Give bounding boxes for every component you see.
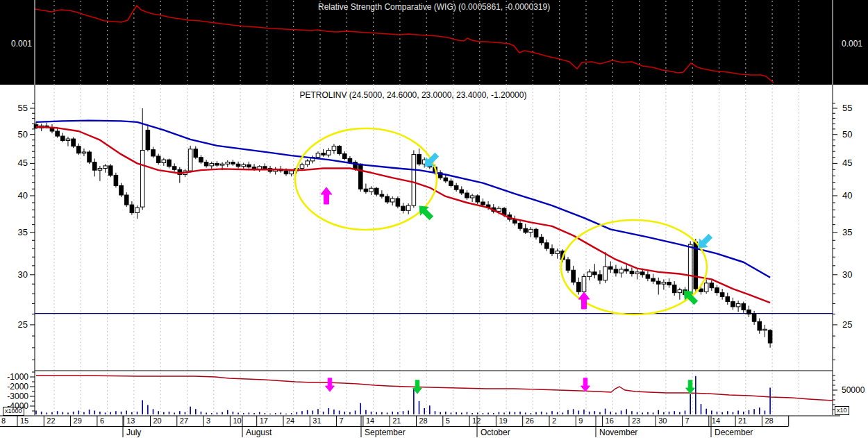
candle-body bbox=[529, 229, 533, 232]
candle-body bbox=[662, 282, 666, 284]
candle-body bbox=[635, 272, 640, 274]
candle-body bbox=[540, 237, 544, 243]
candle-body bbox=[545, 243, 549, 249]
candle-body bbox=[412, 154, 416, 205]
candle-body bbox=[550, 249, 554, 253]
candle-body bbox=[374, 188, 378, 194]
candle-body bbox=[210, 163, 214, 166]
x-axis-date-label: 7 bbox=[685, 416, 690, 425]
candle-body bbox=[114, 175, 118, 185]
x-axis-date-label: 3 bbox=[206, 416, 210, 425]
price-tick-label-left: 50 bbox=[12, 129, 28, 140]
candle-body bbox=[76, 146, 81, 153]
rs-axis-label-right: 0.001 bbox=[842, 39, 862, 49]
candle-body bbox=[252, 167, 256, 169]
candle-body bbox=[731, 302, 735, 307]
x-axis-date-label: 17 bbox=[260, 416, 268, 425]
candle-body bbox=[258, 167, 262, 169]
x-axis-date-label: 21 bbox=[392, 416, 401, 425]
candle-body bbox=[119, 185, 124, 195]
x-axis-date-label: 10 bbox=[233, 416, 241, 425]
candle-body bbox=[194, 149, 198, 158]
main-panel-title: PETROLINV (24.5000, 24.6000, 23.0000, 23… bbox=[300, 90, 527, 100]
rs-axis-label-left: 0.001 bbox=[7, 39, 32, 49]
candle-body bbox=[369, 188, 374, 192]
x-axis-date-label: 5 bbox=[446, 416, 450, 425]
candle-body bbox=[598, 275, 602, 280]
x-axis-date-label: 12 bbox=[472, 416, 481, 425]
candle-body bbox=[167, 160, 172, 167]
x-axis-month-label: August bbox=[246, 428, 272, 437]
candle-body bbox=[608, 267, 612, 269]
x-axis-date-label: 15 bbox=[20, 416, 28, 425]
candle-body bbox=[619, 269, 624, 273]
chart-canvas[interactable] bbox=[0, 0, 868, 438]
candle-body bbox=[322, 153, 326, 155]
candle-body bbox=[656, 281, 660, 284]
candle-body bbox=[630, 271, 634, 274]
rs-panel-background bbox=[0, 0, 868, 85]
candle-body bbox=[236, 164, 240, 167]
indicator-tick-label: -3000 bbox=[2, 391, 28, 401]
candle-body bbox=[316, 153, 320, 158]
candle-body bbox=[146, 130, 150, 149]
candle-body bbox=[92, 162, 97, 171]
candle-body bbox=[172, 167, 176, 169]
candle-body bbox=[98, 168, 102, 170]
candle-body bbox=[603, 267, 608, 280]
candle-body bbox=[390, 199, 394, 202]
candle-body bbox=[742, 303, 746, 310]
candle-body bbox=[763, 329, 767, 330]
x-axis-date-label: 7 bbox=[340, 416, 344, 425]
candle-body bbox=[103, 166, 108, 169]
candle-body bbox=[358, 164, 362, 189]
x-axis-date-label: 14 bbox=[366, 416, 374, 425]
x-axis-date-label: 31 bbox=[312, 416, 321, 425]
candle-body bbox=[582, 276, 586, 292]
candle-body bbox=[226, 162, 230, 165]
price-tick-label-right: 35 bbox=[842, 227, 852, 237]
candle-body bbox=[242, 165, 246, 167]
x-axis-date-label: 6 bbox=[100, 416, 104, 425]
price-tick-label-right: 50 bbox=[842, 129, 852, 140]
x-axis-date-label: 29 bbox=[74, 416, 82, 425]
candle-body bbox=[651, 278, 656, 281]
x-axis-date-label: 8 bbox=[1, 416, 6, 425]
candle-body bbox=[481, 202, 485, 205]
candle-body bbox=[768, 330, 772, 343]
price-tick-label-right: 40 bbox=[842, 190, 852, 201]
candle-body bbox=[332, 146, 336, 151]
candle-body bbox=[454, 185, 458, 189]
volume-multiplier-box: x10 bbox=[835, 406, 849, 415]
candle-body bbox=[624, 269, 628, 271]
candle-body bbox=[199, 158, 203, 162]
candle-body bbox=[646, 275, 650, 278]
candle-body bbox=[247, 165, 251, 167]
candle-body bbox=[135, 208, 140, 212]
candle-body bbox=[380, 194, 384, 196]
candle-body bbox=[534, 229, 538, 237]
candle-body bbox=[156, 156, 160, 163]
candle-body bbox=[300, 165, 304, 168]
candle-body bbox=[566, 260, 570, 270]
candle-body bbox=[640, 272, 644, 275]
top-panel-title: Relative Strength Comparative (WIG) (0.0… bbox=[318, 2, 550, 12]
price-tick-label-left: 55 bbox=[12, 103, 28, 113]
x-axis-date-label: 22 bbox=[47, 416, 55, 425]
x-axis-date-label: 30 bbox=[658, 416, 667, 425]
candle-body bbox=[151, 150, 156, 156]
price-tick-label-right: 55 bbox=[842, 103, 852, 113]
candle-body bbox=[204, 162, 208, 166]
candle-body bbox=[140, 151, 144, 208]
candle-body bbox=[72, 139, 76, 146]
candle-body bbox=[162, 160, 166, 162]
candle-body bbox=[587, 272, 592, 277]
candle-body bbox=[678, 289, 682, 292]
candle-body bbox=[130, 205, 134, 212]
price-tick-label-left: 25 bbox=[12, 319, 28, 330]
candle-body bbox=[290, 171, 294, 174]
candle-body bbox=[752, 314, 756, 321]
candle-body bbox=[460, 189, 464, 193]
price-tick-label-left: 45 bbox=[12, 158, 28, 168]
candle-body bbox=[82, 152, 86, 153]
